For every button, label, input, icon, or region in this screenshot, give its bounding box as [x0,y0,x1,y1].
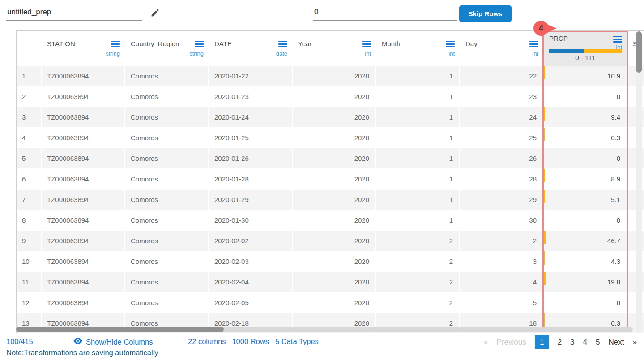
column-menu-icon[interactable] [278,41,287,49]
eye-icon [73,336,83,348]
cell-date: 2020-01-30 [209,210,292,230]
column-header-prcp[interactable]: PRCPint0 - 111 [544,32,627,66]
cell-year: 2020 [293,293,375,313]
prcp-value-minibar [544,272,546,285]
prcp-value-minibar [544,251,545,265]
table-row: 4TZ000063894Comoros2020-01-2520201250.3 [17,128,644,148]
cell-country_region: Comoros [125,210,208,230]
pagination-pages: 12345 [535,335,600,349]
pagination-first-arrow[interactable]: « [484,338,488,347]
cell-station: TZ000063894 [42,272,124,292]
cell-country_region: Comoros [125,293,208,313]
cell-day: 28 [460,169,543,189]
pagination-next[interactable]: Next [609,338,624,347]
cell-day: 22 [460,66,543,86]
histogram-yellow-segment [584,49,622,53]
skip-rows-input[interactable] [313,4,457,21]
pagination-previous[interactable]: Previous [497,338,526,347]
cell-month: 2 [376,293,459,313]
dataset-summary: 22 columns 1000 Rows 5 Data Types [188,337,319,346]
column-header-year[interactable]: Yearint [293,32,375,66]
column-type-label: int [365,50,371,57]
horizontal-scrollbar-thumb[interactable] [16,327,224,332]
edit-pencil-icon[interactable] [150,8,160,19]
column-header-station[interactable]: STATIONstring [42,32,124,66]
prcp-value-minibar [544,107,545,121]
table-row: 1TZ000063894Comoros2020-01-22202012210.9 [17,66,644,86]
prep-name-input[interactable] [6,4,142,21]
cell-day: 23 [460,86,543,107]
prcp-value-minibar [544,128,545,141]
row-index-cell: 7 [17,190,41,210]
cell-month: 1 [376,86,459,107]
cell-year: 2020 [293,210,375,230]
cell-country_region: Comoros [125,169,208,189]
data-types-count: 5 Data Types [275,337,319,346]
table-row: 9TZ000063894Comoros2020-02-0220202246.7 [17,231,644,251]
cell-prcp: 19.8 [544,272,627,292]
column-header-country_region[interactable]: Country_Regionstring [125,32,208,66]
prcp-value-minibar [544,169,545,182]
cell-station: TZ000063894 [42,190,124,210]
cell-day: 26 [460,148,543,168]
prcp-value-minibar [544,190,545,203]
pagination-page-3[interactable]: 3 [570,338,574,347]
pagination-page-4[interactable]: 4 [583,338,587,347]
pagination-page-2[interactable]: 2 [558,338,562,347]
prcp-value-minibar [544,313,545,327]
horizontal-scrollbar-track [16,327,633,332]
cell-country_region: Comoros [125,251,208,272]
column-menu-icon[interactable] [529,41,538,49]
skip-rows-button[interactable]: Skip Rows [459,5,512,22]
cell-prcp: 5.1 [544,190,627,210]
row-index-cell: 6 [17,169,41,189]
cell-prcp: 8.9 [544,169,627,189]
cell-prcp: 0 [544,210,627,230]
pagination-page-1[interactable]: 1 [535,335,549,349]
cell-month: 1 [376,128,459,148]
cell-year: 2020 [293,272,375,292]
row-index-cell: 4 [17,128,41,148]
column-header-month[interactable]: Monthint [376,32,459,66]
column-type-label: int [532,50,538,57]
cell-prcp: 0 [544,148,627,168]
column-type-label: string [106,50,120,57]
columns-count: 22 columns [188,337,226,346]
row-index-cell: 3 [17,107,41,127]
table-row: 10TZ000063894Comoros2020-02-032020234.3 [17,251,644,272]
column-type-label: date [276,50,287,57]
column-header-day[interactable]: Dayint [460,32,543,66]
cell-year: 2020 [293,251,375,272]
cell-station: TZ000063894 [42,231,124,251]
pagination-page-5[interactable]: 5 [596,338,600,347]
cell-year: 2020 [293,169,375,189]
show-hide-columns-button[interactable]: Show/Hide Columns [73,336,153,348]
cell-station: TZ000063894 [42,86,124,107]
vertical-scrollbar-thumb[interactable] [636,31,642,73]
table-row: 2TZ000063894Comoros2020-01-2320201230 [17,86,644,107]
table-row: 7TZ000063894Comoros2020-01-2920201295.1 [17,190,644,210]
cell-month: 1 [376,210,459,230]
column-menu-icon[interactable] [613,36,622,44]
row-index-cell: 8 [17,210,41,230]
row-index-cell: 12 [17,293,41,313]
column-header-date[interactable]: DATEdate [209,32,292,66]
pagination-last-arrow[interactable]: » [633,338,637,347]
row-index-cell: 9 [17,231,41,251]
row-index-cell: 1 [17,66,41,86]
cell-day: 4 [460,272,543,292]
column-menu-icon[interactable] [111,41,120,49]
table-row: 12TZ000063894Comoros2020-02-052020250 [17,293,644,313]
cell-prcp: 0 [544,293,627,313]
cell-date: 2020-01-26 [209,148,292,168]
cell-station: TZ000063894 [42,66,124,86]
column-menu-icon[interactable] [362,41,371,49]
cell-date: 2020-01-24 [209,107,292,127]
cell-day: 2 [460,231,543,251]
column-menu-icon[interactable] [195,41,204,49]
histogram-blue-segment [549,49,584,53]
cell-date: 2020-02-03 [209,251,292,272]
cell-date: 2020-02-02 [209,231,292,251]
table-row: 6TZ000063894Comoros2020-01-2820201288.9 [17,169,644,189]
column-menu-icon[interactable] [446,41,455,49]
